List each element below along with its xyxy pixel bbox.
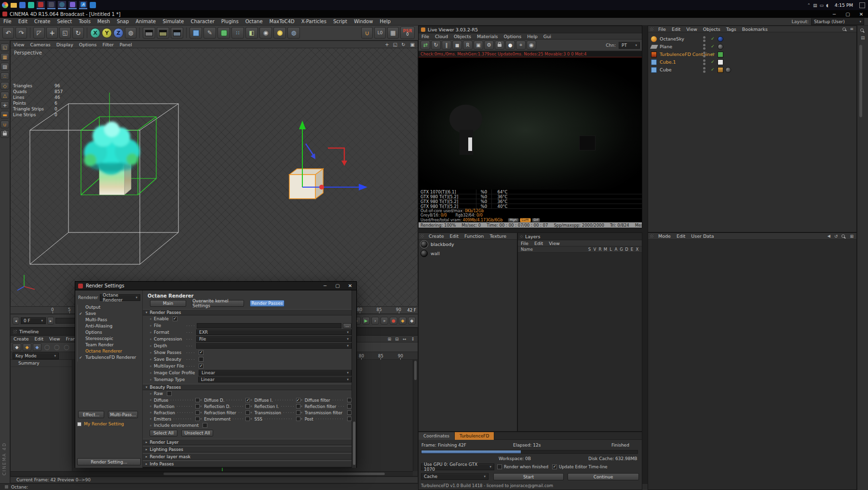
menu-character[interactable]: Character bbox=[187, 19, 217, 24]
visibility-dots[interactable] bbox=[703, 44, 705, 50]
vp-zoom-icon[interactable]: ◱ bbox=[391, 42, 399, 47]
material-item[interactable]: blackbody bbox=[419, 240, 517, 249]
gpu-select[interactable]: Use GPU 0: GeForce GTX 1070 bbox=[421, 463, 494, 470]
rs-tree-teamrender[interactable]: Team Render bbox=[78, 342, 142, 349]
vp-menu-options[interactable]: Options bbox=[76, 42, 100, 47]
key-position-icon[interactable]: ◆ bbox=[13, 343, 21, 351]
vp-maximize-icon[interactable]: ▣ bbox=[407, 42, 418, 47]
tab-main[interactable]: Main bbox=[150, 300, 186, 307]
pass-checkbox[interactable] bbox=[347, 398, 352, 402]
notifications-icon[interactable] bbox=[859, 2, 865, 8]
material-tag-icon[interactable] bbox=[725, 67, 731, 73]
rs-scrollbar[interactable] bbox=[352, 290, 356, 468]
make-editable-icon[interactable]: ◱ bbox=[0, 43, 9, 51]
select-all-button[interactable]: Select All bbox=[149, 430, 177, 436]
vp-rotate-icon[interactable]: ↻ bbox=[399, 42, 407, 47]
folder-icon[interactable] bbox=[11, 3, 17, 8]
object-enabled-check[interactable]: ✓ bbox=[711, 59, 715, 64]
rs-tree-options[interactable]: Options bbox=[78, 330, 142, 336]
file-path-input[interactable] bbox=[197, 323, 341, 328]
lv-camera-pick-icon[interactable]: ◉ bbox=[527, 41, 536, 50]
timeline-hscrollbar[interactable] bbox=[11, 471, 413, 476]
lv-menu-help[interactable]: Help bbox=[524, 34, 541, 39]
subdivision-surface-icon[interactable] bbox=[217, 27, 230, 39]
lv-focus-pick-icon[interactable]: ⌖ bbox=[516, 41, 526, 50]
tab-coordinates[interactable]: Coordinates bbox=[419, 432, 455, 440]
render-when-finished-checkbox[interactable] bbox=[497, 464, 502, 469]
mem-mgn-button[interactable]: Mgn bbox=[508, 218, 519, 222]
file-browse-button[interactable]: ... bbox=[343, 323, 352, 328]
axis-z-lock-button[interactable]: Z bbox=[113, 28, 123, 38]
vp-menu-cameras[interactable]: Cameras bbox=[27, 42, 54, 47]
key-mode-select[interactable]: Key Mode bbox=[13, 353, 59, 359]
om-menu-bookmarks[interactable]: Bookmarks bbox=[739, 27, 771, 32]
object-row-cube[interactable]: Cube ✓ bbox=[648, 66, 856, 74]
points-mode-icon[interactable]: ∴ bbox=[0, 72, 9, 80]
lv-menu-gui[interactable]: Gui bbox=[541, 34, 554, 39]
object-name[interactable]: TurbulenceFD Container bbox=[660, 52, 715, 57]
summary-track[interactable]: Summary bbox=[11, 360, 72, 367]
object-name[interactable]: OctaneSky bbox=[660, 36, 684, 41]
frame-step-forward-icon[interactable]: ▸ bbox=[47, 317, 54, 325]
tl-fit-vertical-icon[interactable]: ↕ bbox=[408, 337, 418, 341]
renderer-select[interactable]: Octane Renderer bbox=[100, 294, 140, 301]
menu-help[interactable]: Help bbox=[376, 19, 394, 24]
mem-dif-button[interactable]: Dif bbox=[532, 218, 541, 222]
rs-tree-turbulencefd-renderer[interactable]: ✓TurbulenceFD Renderer bbox=[78, 355, 142, 361]
pass-checkbox[interactable] bbox=[245, 398, 250, 402]
clock[interactable]: 4:15 PM bbox=[831, 2, 857, 8]
rs-tree-save[interactable]: ✓Save bbox=[78, 311, 142, 317]
material-thumbnail[interactable] bbox=[420, 250, 428, 257]
unselect-all-button[interactable]: Unselect All bbox=[181, 430, 213, 436]
color-profile-select[interactable]: Linear bbox=[199, 370, 352, 376]
app-icon-active[interactable] bbox=[37, 1, 45, 9]
am-menu-userdata[interactable]: User Data bbox=[688, 233, 717, 239]
record-icon[interactable]: ● bbox=[390, 317, 397, 325]
play-icon[interactable]: ▶ bbox=[362, 317, 370, 325]
pass-checkbox[interactable] bbox=[195, 410, 200, 415]
pass-checkbox[interactable] bbox=[296, 398, 300, 402]
continue-button[interactable]: Continue bbox=[568, 473, 639, 480]
strip-search-icon[interactable] bbox=[860, 28, 864, 32]
browser-icon[interactable] bbox=[2, 2, 8, 8]
volume-icon[interactable]: ◖ bbox=[826, 3, 828, 8]
object-row-plane[interactable]: Plane ✓ bbox=[648, 43, 856, 51]
camera-icon[interactable]: ◉ bbox=[259, 27, 272, 39]
am-menu-edit[interactable]: Edit bbox=[674, 233, 688, 239]
workplane-icon[interactable]: ▦ bbox=[387, 27, 399, 39]
menu-snap[interactable]: Snap bbox=[113, 19, 132, 24]
lv-refresh-icon[interactable]: ⇄ bbox=[420, 41, 430, 50]
visibility-dots[interactable] bbox=[703, 59, 705, 65]
boolean-icon[interactable]: ◧ bbox=[245, 27, 258, 39]
texture-mode-icon[interactable]: ▨ bbox=[0, 63, 9, 70]
render-settings-icon[interactable] bbox=[171, 27, 183, 39]
object-name[interactable]: Plane bbox=[660, 44, 672, 49]
app-icon-active[interactable] bbox=[58, 1, 66, 9]
rs-tree-antialiasing[interactable]: Anti-Aliasing bbox=[78, 324, 142, 330]
menu-create[interactable]: Create bbox=[31, 19, 54, 24]
tonemap-select[interactable]: Linear bbox=[198, 377, 352, 382]
enabled-check-icon[interactable]: ✓ bbox=[79, 355, 82, 360]
layers-titlebar[interactable]: Layers bbox=[518, 233, 642, 240]
menu-edit[interactable]: Edit bbox=[15, 19, 31, 24]
viewport-canvas[interactable]: Perspective Triangles96 Quads857 Lines46… bbox=[11, 48, 418, 307]
object-row-octanesky[interactable]: OctaneSky ✓ bbox=[648, 35, 856, 43]
render-picture-viewer-icon[interactable] bbox=[157, 27, 169, 39]
save-beauty-checkbox[interactable] bbox=[199, 357, 203, 362]
lv-reset-icon[interactable]: R bbox=[463, 41, 473, 50]
om-menu-view[interactable]: View bbox=[683, 27, 700, 32]
menu-maxtoc4d[interactable]: MaxToC4D bbox=[266, 19, 298, 24]
my-render-setting[interactable]: My Render Setting bbox=[84, 422, 124, 426]
dialog-maximize-button[interactable]: ▢ bbox=[331, 283, 344, 288]
channel-select[interactable]: PT bbox=[619, 42, 640, 49]
menu-mesh[interactable]: Mesh bbox=[94, 19, 113, 24]
lv-menu-objects[interactable]: Objects bbox=[451, 34, 474, 39]
section-lighting-passes[interactable]: Lighting Passes bbox=[143, 446, 356, 452]
model-mode-icon[interactable]: ▦ bbox=[0, 53, 9, 61]
display-icon[interactable]: ▭ bbox=[819, 3, 824, 8]
tl-menu-edit[interactable]: Edit bbox=[32, 336, 46, 341]
vp-menu-filter[interactable]: Filter bbox=[99, 42, 117, 47]
menu-animate[interactable]: Animate bbox=[132, 19, 159, 24]
undo-icon[interactable]: ↶ bbox=[2, 27, 14, 39]
lv-lock-icon[interactable] bbox=[495, 41, 504, 50]
